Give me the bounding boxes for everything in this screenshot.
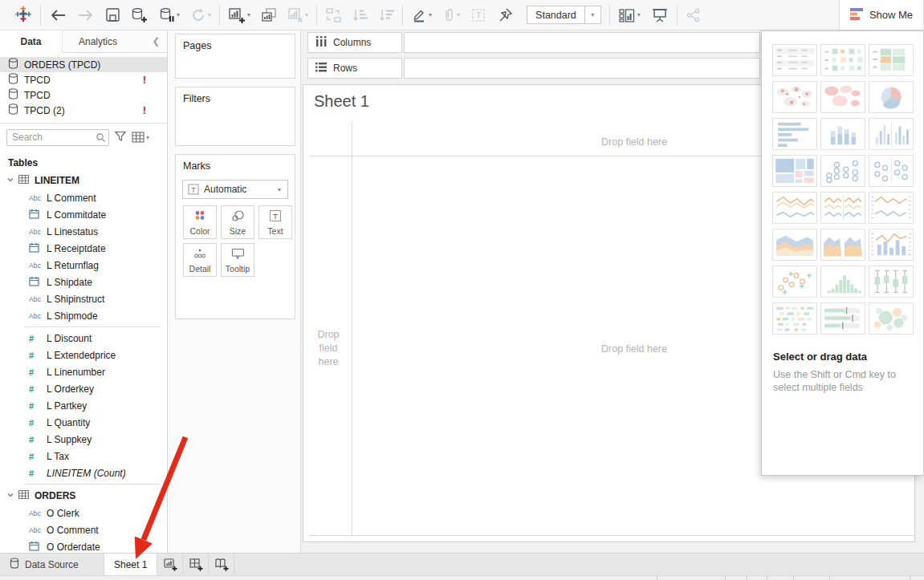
swap-rows-columns-button[interactable] [325,7,341,23]
tab-data[interactable]: Data [0,30,63,53]
showme-side-by-side-bars[interactable] [869,118,914,150]
showme-area-discrete[interactable] [820,229,865,261]
fit-selector-caret[interactable]: ▾ [584,6,600,23]
showme-treemap[interactable] [772,155,817,187]
field-item[interactable]: AbcL Linestatus [0,223,167,240]
field-item[interactable]: #L Extendedprice [0,347,167,363]
data-source-item[interactable]: ORDERS (TPCD) [0,57,167,72]
showme-circle-views[interactable] [820,155,865,187]
showme-dual-combination[interactable] [869,229,914,261]
field-item[interactable]: AbcL Shipinstruct [0,290,167,307]
chevron-down-icon[interactable] [6,175,14,186]
filter-fields-icon[interactable] [114,130,127,144]
showme-heat-map[interactable] [820,44,865,76]
show-hide-cards-button[interactable]: ▾ [618,7,641,23]
duplicate-sheet-button[interactable] [261,7,277,23]
data-source-item[interactable]: TPCD [0,87,167,103]
tab-sheet-1[interactable]: Sheet 1 [104,554,157,575]
field-item[interactable]: #L Discount [0,330,167,347]
showme-scatter-plot[interactable] [772,266,817,298]
redo-button[interactable] [77,8,95,22]
collapse-pane-icon[interactable]: ❮ [153,30,167,52]
text-button[interactable]: TText [258,205,292,239]
field-item[interactable]: AbcO Clerk [0,505,167,521]
undo-button[interactable] [49,8,67,22]
clear-sheet-button[interactable]: ▾ [287,7,308,23]
sort-ascending-button[interactable] [352,7,368,23]
new-story-button[interactable] [209,554,234,575]
refresh-caret[interactable]: ▾ [208,11,211,18]
showme-gantt[interactable] [772,302,817,335]
size-button[interactable]: Size [221,205,254,239]
view-options-caret[interactable]: ▾ [146,134,149,141]
field-item[interactable]: L Commitdate [0,206,167,223]
fit-selector[interactable]: Standard ▾ [527,6,601,24]
new-worksheet-tab-button[interactable] [157,554,183,575]
showme-histogram[interactable] [820,266,865,298]
showme-bullet-graph[interactable] [820,302,865,335]
showme-packed-bubbles[interactable] [869,302,914,335]
field-item[interactable]: AbcL Returnflag [0,257,167,274]
showme-filled-map[interactable] [820,81,865,113]
showme-highlight-table[interactable] [869,44,914,76]
field-item[interactable]: O Orderdate [0,538,167,553]
new-worksheet-caret[interactable]: ▾ [247,11,250,18]
clear-sheet-caret[interactable]: ▾ [305,11,308,18]
showme-pie-chart[interactable] [869,81,914,113]
showme-lines-discrete[interactable] [820,192,865,224]
tab-data-source[interactable]: Data Source [0,554,104,575]
refresh-button[interactable]: ▾ [190,7,211,23]
field-item[interactable]: #L Quantity [0,414,167,431]
chevron-down-icon[interactable] [6,490,14,501]
share-button[interactable] [686,7,702,23]
columns-shelf[interactable] [404,32,760,53]
showme-symbol-map[interactable] [772,81,817,113]
color-button[interactable]: Color [183,205,217,239]
showme-text-table[interactable] [772,44,817,76]
table-header[interactable]: ORDERS [0,487,167,505]
highlight-caret[interactable]: ▾ [429,11,432,18]
showme-area-continuous[interactable] [772,229,817,261]
tooltip-button[interactable]: Tooltip [221,243,254,277]
field-item[interactable]: #L Orderkey [0,380,167,397]
save-button[interactable] [105,7,120,22]
showme-box-and-whisker[interactable] [869,266,914,298]
presentation-mode-button[interactable] [651,7,669,23]
showme-horizontal-bars[interactable] [772,118,817,150]
pause-auto-updates-button[interactable]: ▾ [159,7,180,23]
field-item[interactable]: L Shipdate [0,274,167,290]
showme-side-by-side-circles[interactable] [869,155,914,187]
field-item[interactable]: AbcL Comment [0,189,167,206]
pages-shelf[interactable]: Pages [175,34,295,79]
showme-dual-lines[interactable] [869,192,914,224]
filters-shelf[interactable]: Filters [175,87,295,146]
table-header[interactable]: LINEITEM [0,172,167,189]
field-item[interactable]: L Receiptdate [0,240,167,257]
fix-axes-pin-button[interactable] [497,7,513,23]
show-hide-cards-caret[interactable]: ▾ [637,11,641,18]
show-me-button[interactable]: Show Me [839,0,924,30]
new-dashboard-button[interactable] [183,554,209,575]
data-source-item[interactable]: TPCD (2)! [0,103,167,118]
field-item[interactable]: #L Suppkey [0,431,167,448]
mark-type-dropdown[interactable]: T Automatic ▾ [182,180,288,199]
drop-zone-rows[interactable]: Drop field here [313,328,344,369]
format-caret[interactable]: ▾ [457,11,460,18]
data-source-item[interactable]: TPCD! [0,72,167,87]
detail-button[interactable]: Detail [183,243,217,277]
field-item[interactable]: #L Linenumber [0,363,167,380]
view-options-button[interactable]: ▾ [132,132,149,143]
sort-descending-button[interactable] [378,7,394,23]
showme-stacked-bars[interactable] [820,118,865,150]
showme-lines-continuous[interactable] [772,192,817,224]
highlight-button[interactable]: ▾ [411,7,432,23]
field-item[interactable]: #LINEITEM (Count) [0,464,167,481]
rows-shelf[interactable] [404,58,760,79]
field-item[interactable]: AbcL Shipmode [0,307,167,324]
new-data-source-button[interactable] [131,7,149,23]
format-button[interactable]: ▾ [442,7,460,23]
search-input[interactable] [6,129,109,146]
tab-analytics[interactable]: Analytics [63,30,133,52]
pause-updates-caret[interactable]: ▾ [177,11,180,18]
field-item[interactable]: AbcO Comment [0,521,167,538]
